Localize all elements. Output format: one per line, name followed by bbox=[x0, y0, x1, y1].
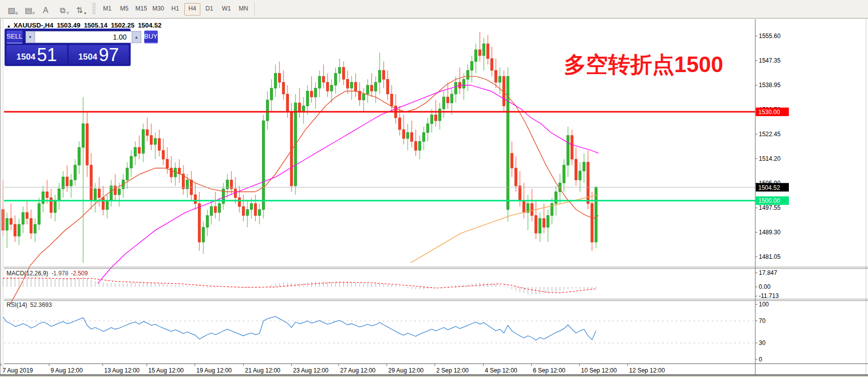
volume-decrease-button[interactable]: ▼ bbox=[26, 31, 35, 43]
toolbar-separator bbox=[254, 3, 255, 16]
candle bbox=[110, 186, 113, 201]
time-axis-label: 7 Aug 2019 bbox=[3, 367, 33, 374]
candle bbox=[22, 212, 25, 224]
ask-price-big: 97 bbox=[99, 46, 119, 64]
macd-axis-label: 0.00 bbox=[759, 283, 771, 290]
candle bbox=[250, 204, 253, 210]
candle bbox=[274, 74, 277, 89]
candle bbox=[106, 201, 109, 210]
candle bbox=[6, 218, 9, 230]
candle bbox=[383, 71, 385, 80]
rsi-line bbox=[3, 316, 596, 340]
timeframe-button-mn[interactable]: MN bbox=[235, 3, 251, 16]
candle bbox=[166, 159, 169, 168]
candle bbox=[427, 124, 429, 133]
timeframe-button-m15[interactable]: M15 bbox=[133, 3, 149, 16]
candle bbox=[311, 91, 313, 97]
timeframe-button-m30[interactable]: M30 bbox=[150, 3, 166, 16]
collapse-arrow-icon[interactable]: ▲ bbox=[7, 24, 11, 29]
candle bbox=[303, 106, 305, 112]
candle bbox=[399, 118, 401, 130]
timeframe-button-d1[interactable]: D1 bbox=[201, 3, 217, 16]
candle bbox=[158, 139, 161, 151]
time-axis-label: 23 Aug 12:00 bbox=[293, 367, 329, 374]
candle bbox=[74, 165, 77, 180]
grid-icon[interactable]: ▤F bbox=[21, 3, 36, 16]
volume-input[interactable] bbox=[35, 31, 132, 43]
candle bbox=[30, 218, 33, 233]
candle bbox=[258, 210, 261, 216]
timeframe-button-h4[interactable]: H4 bbox=[184, 3, 200, 16]
bid-price-big: 51 bbox=[37, 46, 57, 64]
candle bbox=[38, 204, 41, 224]
candle bbox=[58, 189, 61, 201]
candle bbox=[66, 177, 69, 186]
candle bbox=[327, 82, 329, 91]
ask-price[interactable]: 1504 97 bbox=[69, 45, 129, 64]
indicator-list-icon[interactable]: ▨E bbox=[4, 3, 19, 16]
candle bbox=[531, 204, 533, 216]
candle bbox=[363, 94, 365, 100]
candle bbox=[270, 88, 273, 100]
open-value: 1503.49 bbox=[57, 22, 80, 29]
candle bbox=[491, 59, 493, 71]
time-axis-label: 19 Aug 12:00 bbox=[196, 367, 232, 374]
candle bbox=[575, 159, 577, 180]
timeframe-button-w1[interactable]: W1 bbox=[218, 3, 234, 16]
timeframe-button-m5[interactable]: M5 bbox=[116, 3, 132, 16]
macd-title: MACD(12,26,9) bbox=[7, 270, 48, 277]
candle bbox=[70, 180, 73, 186]
candle bbox=[278, 74, 281, 83]
candle bbox=[483, 44, 485, 56]
candle bbox=[431, 115, 433, 124]
candle bbox=[355, 82, 357, 91]
candle bbox=[46, 192, 49, 198]
candle bbox=[391, 94, 393, 106]
rsi-axis-label: 0 bbox=[759, 356, 762, 363]
cursor-mode-icon[interactable]: ⇅▾ bbox=[72, 3, 87, 16]
toolbar-grip[interactable] bbox=[92, 3, 96, 15]
candle bbox=[471, 62, 473, 71]
close-value: 1504.52 bbox=[138, 22, 161, 29]
timeframe-button-h1[interactable]: H1 bbox=[167, 3, 183, 16]
price-axis-label: 1555.60 bbox=[759, 33, 781, 40]
candle bbox=[435, 115, 437, 121]
candle bbox=[26, 212, 29, 218]
macd-label: MACD(12,26,9)-1.978-2.509 bbox=[7, 270, 88, 277]
bid-price[interactable]: 1504 51 bbox=[7, 45, 67, 64]
sell-button[interactable]: SELL bbox=[7, 31, 23, 44]
mt4-terminal: { "toolbar": { "tools": [ {"name":"indic… bbox=[0, 0, 868, 377]
candle bbox=[375, 82, 377, 91]
candle bbox=[82, 124, 85, 147]
candle bbox=[102, 198, 105, 210]
candle bbox=[407, 133, 409, 139]
ma-slow-line bbox=[411, 195, 599, 263]
candle bbox=[539, 218, 541, 233]
rsi-axis-label: 100 bbox=[759, 301, 769, 308]
candle bbox=[563, 165, 565, 183]
candle bbox=[419, 142, 421, 151]
candle bbox=[347, 79, 349, 88]
text-label-icon[interactable]: A bbox=[38, 3, 53, 16]
candle bbox=[194, 195, 197, 204]
timeframe-button-m1[interactable]: M1 bbox=[99, 3, 115, 16]
candle bbox=[535, 215, 537, 233]
volume-increase-button[interactable]: ▲ bbox=[132, 31, 141, 43]
text-box-icon[interactable]: ⧉T bbox=[55, 3, 70, 16]
macd-main-value: -1.978 bbox=[51, 270, 68, 277]
ma-mid-line bbox=[98, 85, 599, 283]
time-axis-label: 4 Sep 12:00 bbox=[485, 367, 517, 374]
candle bbox=[150, 136, 153, 145]
candle bbox=[210, 207, 213, 216]
price-axis-label: 1514.20 bbox=[759, 155, 781, 162]
time-axis-label: 15 Aug 12:00 bbox=[148, 367, 184, 374]
candle bbox=[10, 218, 13, 224]
candle bbox=[515, 168, 517, 186]
cursor-mode-icon: ⇅ bbox=[76, 6, 83, 16]
candle bbox=[246, 210, 249, 216]
rsi-axis-label: 70 bbox=[759, 317, 766, 324]
candle bbox=[34, 224, 37, 233]
buy-button[interactable]: BUY bbox=[144, 31, 158, 44]
volume-stepper: ▼ ▲ bbox=[26, 31, 141, 43]
candle bbox=[206, 215, 209, 227]
